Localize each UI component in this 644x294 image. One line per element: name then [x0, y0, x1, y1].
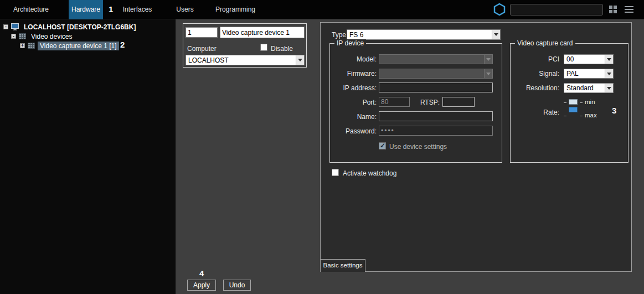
activate-watchdog-checkbox[interactable] — [332, 169, 339, 176]
slider-tick — [564, 116, 566, 116]
chevron-down-icon — [605, 69, 613, 78]
undo-button[interactable]: Undo — [223, 280, 251, 291]
ip-device-group: IP device Model: Firmware: IP address: P… — [329, 43, 502, 163]
rate-min-label: min — [585, 99, 595, 105]
hexagon-logo-icon — [493, 3, 506, 16]
rate-slider[interactable]: min max — [564, 97, 614, 123]
resolution-select[interactable]: Standard — [564, 83, 614, 93]
ip-device-group-title: IP device — [334, 39, 366, 47]
use-device-settings-checkbox[interactable] — [379, 142, 386, 149]
chevron-down-icon — [605, 84, 613, 92]
app-window: Architecture Hardware Interfaces Users P… — [0, 0, 644, 294]
tab-interfaces[interactable]: Interfaces — [116, 0, 158, 19]
slider-thumb-max[interactable] — [569, 107, 578, 112]
tab-programming[interactable]: Programming — [212, 0, 259, 19]
firmware-select — [379, 69, 493, 79]
chevron-down-icon — [484, 55, 492, 64]
tree-item-label: Video capture device 1 [1] — [38, 42, 119, 50]
annotation-4: 4 — [199, 269, 204, 278]
computer-select-value: LOCALHOST — [186, 56, 296, 64]
port-input — [379, 97, 410, 107]
tab-architecture[interactable]: Architecture — [3, 0, 59, 19]
settings-panel: Type FS 6 IP device Model: Firmware: IP — [320, 22, 632, 272]
device-name-input[interactable] — [220, 27, 305, 38]
tab-users[interactable]: Users — [167, 0, 203, 19]
device-identity-box: Computer Disable LOCALHOST — [183, 23, 307, 68]
rate-max-label: max — [585, 112, 597, 118]
chevron-down-icon — [296, 55, 304, 65]
computer-select[interactable]: LOCALHOST — [186, 55, 305, 65]
slider-tick — [580, 116, 583, 116]
chevron-down-icon — [492, 30, 500, 39]
tree-item-label: LOCALHOST [DESKTOP-2TLG6BK] — [22, 23, 138, 32]
tree-item-video-devices[interactable]: - Video devices — [11, 32, 75, 41]
capture-device-icon — [28, 43, 35, 49]
chevron-down-icon — [484, 69, 492, 78]
top-menubar: Architecture Hardware Interfaces Users P… — [0, 0, 644, 19]
device-tree-panel: - LOCALHOST [DESKTOP-2TLG6BK] - Video de… — [0, 19, 176, 294]
use-device-settings-label: Use device settings — [389, 143, 447, 151]
rtsp-input[interactable] — [442, 97, 475, 107]
disable-label: Disable — [271, 45, 293, 53]
tree-item-label: Video devices — [29, 32, 75, 41]
pci-label: PCI — [513, 55, 559, 63]
tree-item-localhost[interactable]: - LOCALHOST [DESKTOP-2TLG6BK] — [3, 22, 138, 32]
annotation-1: 1 — [109, 4, 113, 14]
video-capture-card-group: Video capture card PCI 00 Signal: PAL Re… — [510, 43, 628, 163]
computer-icon — [11, 23, 19, 30]
port-label: Port: — [331, 99, 377, 106]
type-select[interactable]: FS 6 — [347, 29, 501, 40]
collapse-icon[interactable]: - — [11, 34, 16, 39]
resolution-select-value: Standard — [564, 84, 605, 92]
disable-checkbox[interactable] — [260, 44, 267, 51]
pci-select[interactable]: 00 — [564, 54, 614, 64]
video-capture-card-group-title: Video capture card — [515, 39, 575, 47]
ip-address-label: IP address: — [331, 84, 377, 92]
computer-label: Computer — [187, 45, 217, 53]
expand-icon[interactable]: + — [20, 43, 25, 48]
type-label: Type — [332, 31, 346, 39]
slider-tick — [580, 102, 583, 103]
activate-watchdog-label: Activate watchdog — [343, 169, 396, 177]
search-input[interactable] — [510, 4, 603, 16]
resolution-label: Resolution: — [513, 84, 559, 92]
signal-select-value: PAL — [564, 70, 605, 78]
signal-label: Signal: — [513, 70, 559, 78]
model-select — [379, 54, 493, 64]
password-input[interactable] — [379, 126, 493, 136]
pci-select-value: 00 — [564, 55, 605, 63]
name-input[interactable] — [379, 111, 493, 121]
slider-tick — [564, 102, 566, 103]
firmware-label: Firmware: — [331, 70, 377, 78]
signal-select[interactable]: PAL — [564, 69, 614, 79]
model-label: Model: — [331, 55, 377, 63]
annotation-3: 3 — [612, 106, 616, 115]
rtsp-label: RTSP: — [413, 99, 440, 106]
ip-address-input[interactable] — [379, 82, 493, 92]
video-devices-icon — [19, 33, 26, 39]
collapse-icon[interactable]: - — [3, 24, 8, 29]
grid-view-icon[interactable] — [609, 5, 617, 14]
main-panel: Computer Disable LOCALHOST Type FS 6 IP … — [176, 19, 644, 294]
chevron-down-icon — [605, 55, 613, 64]
apply-button[interactable]: Apply — [187, 280, 216, 291]
tree-item-video-capture-device[interactable]: + Video capture device 1 [1] — [20, 41, 119, 50]
type-select-value: FS 6 — [347, 31, 492, 39]
annotation-2: 2 — [120, 40, 125, 49]
tab-basic-settings[interactable]: Basic settings — [320, 259, 365, 272]
slider-thumb-min[interactable] — [569, 99, 578, 105]
password-label: Password: — [331, 127, 377, 135]
name-label: Name: — [331, 113, 377, 121]
tab-hardware[interactable]: Hardware — [69, 0, 103, 19]
menu-icon[interactable] — [624, 5, 634, 14]
device-id-input[interactable] — [186, 27, 218, 38]
rate-label: Rate: — [513, 109, 559, 116]
